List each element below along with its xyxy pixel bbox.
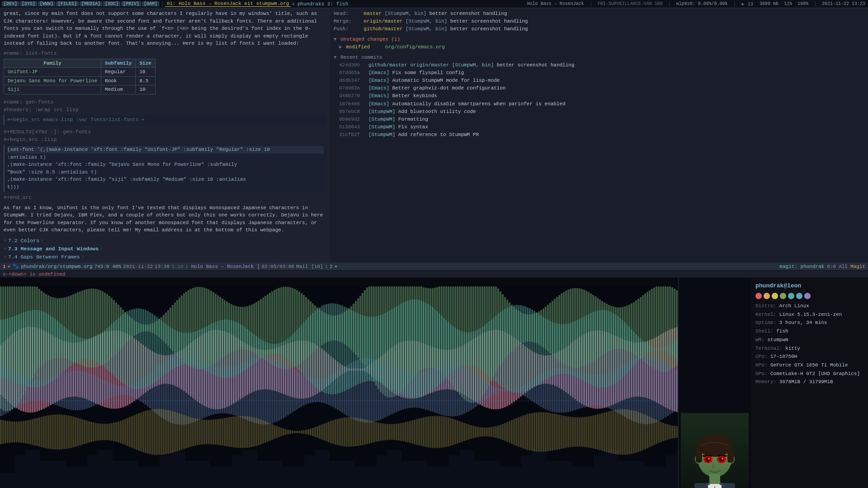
waveform-area[interactable] <box>0 277 678 488</box>
tag-www[interactable]: [WWW] <box>38 1 55 6</box>
svg-rect-1262 <box>138 309 140 389</box>
svg-rect-1219 <box>41 311 42 387</box>
sysinfo-kernel-label: Kernel: <box>755 312 776 317</box>
svg-rect-1440 <box>540 315 542 382</box>
svg-rect-1211 <box>23 312 24 385</box>
svg-point-1520 <box>719 457 724 462</box>
svg-rect-1082 <box>409 421 411 443</box>
svg-rect-1043 <box>321 424 323 439</box>
svg-rect-1436 <box>531 310 533 388</box>
svg-rect-1018 <box>264 421 266 443</box>
code-line: (set-font '(,(make-instance 'xft:font :f… <box>7 146 324 154</box>
svg-rect-992 <box>206 420 208 444</box>
svg-rect-1398 <box>445 320 447 377</box>
svg-rect-1264 <box>142 309 144 388</box>
svg-rect-1186 <box>644 415 646 450</box>
outline-gaps[interactable]: ○ 7.4 Gaps Between Frames ↓ <box>4 253 326 261</box>
svg-rect-1147 <box>556 414 558 450</box>
svg-rect-853 <box>570 369 571 411</box>
svg-rect-1380 <box>405 301 406 396</box>
tag-priv[interactable]: [PRIV] <box>121 1 141 6</box>
svg-rect-1136 <box>531 413 533 451</box>
svg-rect-1226 <box>57 321 58 377</box>
svg-rect-1246 <box>102 332 104 366</box>
commit-row: 424d305github/master origin/master [Stum… <box>334 61 864 69</box>
svg-rect-1210 <box>20 313 22 385</box>
svg-rect-1514 <box>727 449 734 463</box>
color-dots <box>755 293 863 299</box>
svg-rect-1021 <box>271 424 273 440</box>
svg-rect-1061 <box>362 419 363 445</box>
svg-rect-1523 <box>709 474 720 484</box>
svg-rect-1269 <box>154 315 156 383</box>
svg-rect-1213 <box>27 311 29 387</box>
svg-rect-956 <box>124 419 126 445</box>
svg-rect-823 <box>502 389 504 392</box>
tag-media[interactable]: [MEDIA] <box>80 1 102 6</box>
svg-rect-724 <box>278 360 280 421</box>
svg-rect-628 <box>61 374 63 408</box>
svg-rect-1122 <box>500 425 501 439</box>
svg-rect-1442 <box>545 319 547 380</box>
svg-rect-813 <box>479 377 481 404</box>
bullet-utilities: ● <box>4 262 6 262</box>
svg-rect-656 <box>124 386 126 395</box>
svg-rect-1374 <box>391 309 393 389</box>
push-label: Push: <box>334 25 361 33</box>
svg-rect-1462 <box>590 313 592 385</box>
tag-dev[interactable]: [DEV] <box>2 1 19 6</box>
svg-rect-1359 <box>357 314 359 385</box>
commit-tag: [Emacs] <box>368 101 392 107</box>
svg-rect-1463 <box>592 312 594 385</box>
svg-rect-1114 <box>481 427 483 436</box>
commit-msg: Better keybinds <box>392 93 437 99</box>
tag-soc[interactable]: [SOC] <box>103 1 120 6</box>
svg-rect-1457 <box>579 319 580 379</box>
svg-rect-944 <box>97 423 99 441</box>
svg-rect-1334 <box>301 325 302 373</box>
svg-rect-1086 <box>418 418 420 446</box>
svg-rect-1239 <box>86 339 88 359</box>
outline-utilities[interactable]: ● 8 Utilities <box>4 261 326 262</box>
svg-rect-640 <box>88 373 90 408</box>
svg-rect-1291 <box>203 327 205 370</box>
svg-rect-625 <box>54 376 56 405</box>
left-panel[interactable]: great, since my main font does not suppo… <box>0 8 330 262</box>
window-title-2[interactable]: phundraks 2: fish <box>296 1 350 7</box>
svg-rect-1397 <box>443 318 445 380</box>
tag-sys[interactable]: [SYS] <box>20 1 37 6</box>
svg-rect-1467 <box>601 310 603 388</box>
svg-rect-1357 <box>353 311 354 387</box>
svg-rect-1435 <box>529 309 531 389</box>
svg-rect-1386 <box>418 300 420 398</box>
commit-hash: 07dd63a <box>339 84 368 92</box>
svg-rect-1321 <box>271 344 273 354</box>
outline-message[interactable]: ○ 7.3 Message and Input Windows ↓ <box>4 245 326 253</box>
svg-rect-1203 <box>5 319 6 379</box>
window-title-1[interactable]: 01: Holo Bass - RosenJack eit stumpwm.or… <box>165 1 291 7</box>
svg-rect-1484 <box>640 339 642 359</box>
svg-rect-1046 <box>328 422 330 442</box>
svg-rect-1489 <box>651 347 653 351</box>
svg-rect-850 <box>563 368 565 413</box>
svg-rect-1048 <box>332 420 334 444</box>
tag-files[interactable]: [FILES] <box>56 1 79 6</box>
svg-rect-1364 <box>368 317 370 381</box>
svg-rect-1410 <box>472 332 474 366</box>
svg-rect-1368 <box>377 316 379 382</box>
svg-rect-632 <box>70 371 72 410</box>
svg-rect-928 <box>61 415 63 450</box>
svg-rect-849 <box>561 368 562 413</box>
svg-rect-1014 <box>255 418 257 446</box>
svg-rect-1437 <box>533 311 535 386</box>
table-cell: 10 <box>136 85 155 94</box>
svg-rect-1361 <box>362 315 363 383</box>
tag-gam[interactable]: [GAM] <box>142 1 159 6</box>
svg-rect-1130 <box>518 417 519 446</box>
svg-rect-1290 <box>201 328 203 369</box>
outline-colors[interactable]: ○ 7.2 Colors ↓ <box>4 237 326 244</box>
svg-rect-1306 <box>237 323 239 375</box>
svg-rect-902 <box>2 420 4 444</box>
svg-rect-1292 <box>206 326 208 371</box>
commit-row: 31cfb2f[StumpWM] Add reference to StumpW… <box>334 131 864 139</box>
